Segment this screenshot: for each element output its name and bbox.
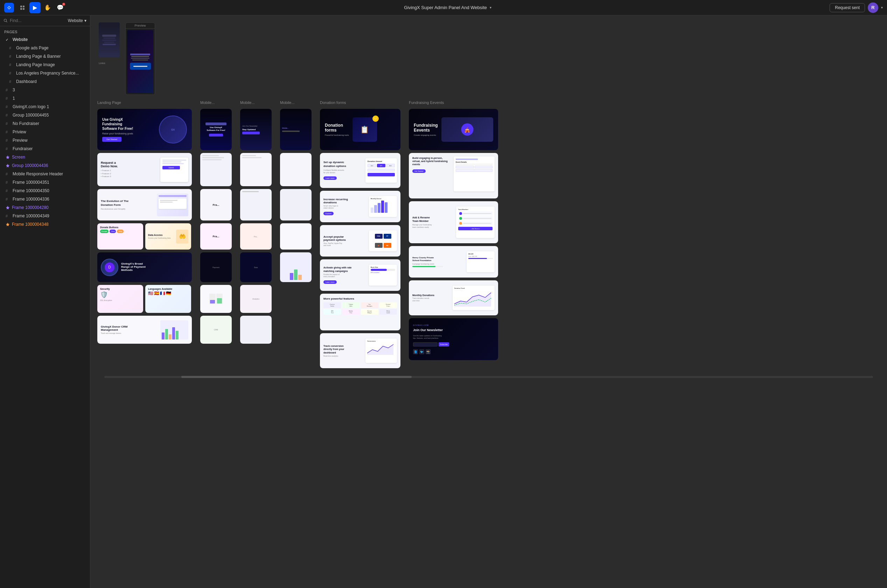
- sidebar-item-label: Priview: [13, 129, 26, 134]
- sidebar-item-3[interactable]: # 3: [2, 86, 89, 94]
- sidebar-item-screen[interactable]: Screen: [2, 153, 89, 161]
- sidebar-item-frame-4336[interactable]: # Frame 1000004336: [2, 195, 89, 203]
- donation-features-frame[interactable]: More powerful features CustomFields Trib…: [320, 294, 401, 330]
- mobile-section-2: Mobile... Join Our Newsletter Stay Updat…: [240, 100, 272, 344]
- mobile3-frame4[interactable]: [280, 223, 312, 249]
- landing-demo-frame[interactable]: Request aDemo Now. • Feature 1• Feature …: [97, 153, 192, 186]
- mobile3-frame5[interactable]: [280, 252, 312, 282]
- sidebar-item-frame-4348[interactable]: Frame 1000004348: [2, 220, 89, 228]
- mobile2-frame2[interactable]: [240, 153, 272, 186]
- hash-icon: #: [6, 147, 11, 151]
- mobile2-label: Mobile...: [240, 100, 272, 105]
- topbar-right: Request sent R ▾: [830, 3, 883, 13]
- star-icon: [6, 155, 10, 159]
- landing-crm-frame[interactable]: GivingX Donor CRMManagement Track and ma…: [97, 316, 192, 344]
- svg-rect-2: [20, 8, 22, 10]
- canvas-area[interactable]: Links Preview: [90, 15, 887, 588]
- mobile3-label: Mobile...: [280, 100, 312, 105]
- landing-security-frame[interactable]: Security 🛡️ SSL Encryption: [97, 285, 143, 313]
- sidebar-item-frame-4349[interactable]: # Frame 1000004349: [2, 212, 89, 220]
- donation-conversion-frame[interactable]: Track conversiondirectly from yourdashbo…: [320, 333, 401, 368]
- sidebar-item-frame-4350[interactable]: # Frame 1000004350: [2, 186, 89, 195]
- fundraising-build-frame[interactable]: Build engaging in-person, virtual, and h…: [409, 153, 498, 198]
- mobile2-frame6[interactable]: Analytics: [240, 285, 272, 313]
- sidebar-item-website[interactable]: ✓ Website: [2, 35, 89, 44]
- horizontal-scrollbar-track[interactable]: [104, 376, 873, 378]
- sidebar-item-no-fundraiser[interactable]: # No Fundraiser: [2, 119, 89, 128]
- donation-matching-frame[interactable]: Activate giving with ratematching campai…: [320, 260, 401, 291]
- mobile2-frame3[interactable]: [240, 189, 272, 220]
- mobile1-frame4[interactable]: Fra...: [200, 223, 232, 249]
- fundraising-school-frame[interactable]: Henry County PrivateSchool Foundation Ca…: [409, 246, 498, 278]
- mobile1-frame3[interactable]: Fra...: [200, 189, 232, 220]
- donation-dynamic-frame[interactable]: Set up dynamicdonation options Configure…: [320, 153, 401, 188]
- tool-hand[interactable]: ✋: [42, 2, 53, 13]
- mobile1-hero-frame[interactable]: Use GivingXSoftware For Free!: [200, 109, 232, 150]
- sidebar-item-frame-4351[interactable]: # Frame 1000004351: [2, 178, 89, 186]
- sidebar-item-preview[interactable]: # Preview: [2, 136, 89, 144]
- sidebar-item-fundraiser[interactable]: # Fundraiser: [2, 144, 89, 153]
- hash-icon: #: [6, 113, 11, 117]
- mobile3-frame2[interactable]: [280, 153, 312, 186]
- hash-icon: #: [6, 122, 11, 126]
- mobile2-frame7[interactable]: [240, 316, 272, 344]
- tool-cursor[interactable]: ▶: [29, 2, 41, 13]
- search-input[interactable]: [10, 18, 66, 23]
- title-chevron[interactable]: ▾: [490, 6, 491, 9]
- star-icon: [6, 222, 10, 226]
- donation-payment-frame[interactable]: Accept popularpayment options Visa, PayP…: [320, 225, 401, 256]
- avatar-chevron[interactable]: ▾: [881, 6, 883, 9]
- fundraising-monthly-frame[interactable]: Monthly Donations Track donation trendso…: [409, 280, 498, 315]
- request-sent-button[interactable]: Request sent: [830, 3, 865, 12]
- sidebar-item-mobile-header[interactable]: # Mobile Responsive Header: [2, 170, 89, 178]
- sidebar-item-la-pregnancy[interactable]: # Los Angeles Pregnancy Service...: [2, 69, 89, 77]
- topbar: ▶ ✋ 💬 1 GivingX Super Admin Panel And We…: [0, 0, 887, 15]
- sidebar-item-dashboard[interactable]: # Dashboard: [2, 77, 89, 86]
- user-avatar[interactable]: R: [868, 3, 878, 13]
- links-thumb[interactable]: [99, 22, 120, 57]
- mobile2-frame5[interactable]: Data: [240, 252, 272, 282]
- mobile-section-1: Mobile... Use GivingXSoftware For Free!: [200, 100, 232, 344]
- mobile1-frame7[interactable]: CRM: [200, 316, 232, 344]
- mobile1-frame6[interactable]: [200, 285, 232, 313]
- tool-selector[interactable]: [17, 2, 28, 13]
- mobile1-frame2[interactable]: [200, 153, 232, 186]
- svg-rect-1: [23, 6, 24, 8]
- svg-line-5: [6, 21, 8, 22]
- mobile3-hero-frame[interactable]: Mobile...: [280, 109, 312, 150]
- landing-donate-buttons-frame[interactable]: Donate Buttons Donate Give Help: [97, 223, 143, 249]
- tool-comment[interactable]: 💬 1: [55, 2, 66, 13]
- landing-hero-frame[interactable]: Use GivingXFundraisingSoftware For Free!…: [97, 109, 192, 150]
- landing-evolution-frame[interactable]: The Evolution of TheDonation Form Revolu…: [97, 189, 192, 220]
- sidebar-item-givingx-logo[interactable]: # GivingX.com logo 1: [2, 102, 89, 111]
- fundraising-newsletter-frame[interactable]: GivingX.com Join Our Newsletter Get the …: [409, 318, 498, 360]
- app-logo[interactable]: [4, 3, 14, 13]
- mobile1-frame5[interactable]: Payment: [200, 252, 232, 282]
- sidebar-item-priview[interactable]: # Priview: [2, 128, 89, 136]
- sidebar-item-group-1000004436[interactable]: Group 1000004436: [2, 161, 89, 170]
- donation-hero-frame[interactable]: Donationforms Powerful fundraising tools…: [320, 109, 401, 150]
- sidebar-item-group-1000004455[interactable]: # Group 1000004455: [2, 111, 89, 119]
- sidebar: Website ▾ Pages ✓ Website # Google ads P…: [0, 15, 90, 588]
- sidebar-item-1[interactable]: # 1: [2, 94, 89, 102]
- sidebar-item-google-ads[interactable]: # Google ads Page: [2, 44, 89, 52]
- landing-payment-frame[interactable]: D GivingX's BroadRange of PaymentMethods: [97, 252, 192, 282]
- preview-panel-label: Preview: [126, 23, 155, 29]
- mobile2-frame4[interactable]: Fra...: [240, 223, 272, 249]
- horizontal-scrollbar-thumb[interactable]: [181, 376, 412, 378]
- sidebar-context-selector[interactable]: Website ▾: [68, 18, 87, 23]
- fundraising-hero-frame[interactable]: FundraisingEevents Create engaging event…: [409, 109, 498, 150]
- sidebar-item-landing-image[interactable]: # Landing Page Image: [2, 60, 89, 69]
- donation-recurring-frame[interactable]: Increase recurringdonations Smart retry …: [320, 191, 401, 222]
- hash-icon: #: [6, 180, 11, 184]
- sidebar-item-frame-4280[interactable]: Frame 1000004280: [2, 203, 89, 212]
- landing-data-access-frame[interactable]: Data Access Access your fundraising data…: [145, 223, 191, 249]
- mobile3-frame3[interactable]: [280, 189, 312, 220]
- hash-icon: #: [9, 80, 14, 84]
- landing-languages-frame[interactable]: Languages Available 🇺🇸🇪🇸🇫🇷🇩🇪: [145, 285, 191, 313]
- sidebar-item-landing-banner[interactable]: # Landing Page & Banner: [2, 52, 89, 60]
- star-icon: [6, 206, 10, 210]
- sidebar-item-label: Preview: [13, 138, 28, 143]
- mobile2-hero-frame[interactable]: Join Our Newsletter Stay Updated: [240, 109, 272, 150]
- fundraising-team-frame[interactable]: Add & RenameTeam Member Manage your fund…: [409, 201, 498, 243]
